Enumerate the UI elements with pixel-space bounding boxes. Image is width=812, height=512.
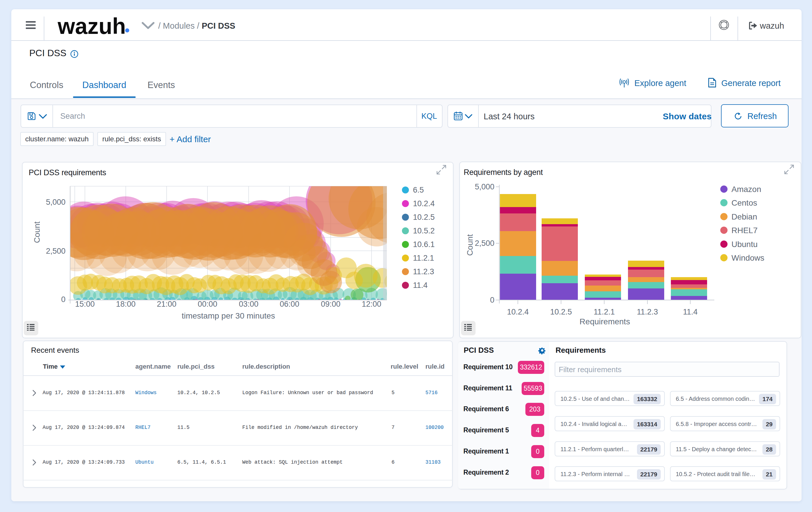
svg-text:11.4: 11.4 <box>413 281 428 290</box>
svg-text:11.2.3: 11.2.3 <box>637 307 658 316</box>
svg-text:timestamp per 30 minutes: timestamp per 30 minutes <box>182 311 275 320</box>
svg-text:06:00: 06:00 <box>280 300 299 308</box>
svg-text:10.6.1: 10.6.1 <box>413 240 435 249</box>
svg-text:03:00: 03:00 <box>239 300 259 308</box>
svg-text:Count: Count <box>32 221 41 243</box>
svg-text:10.2.5: 10.2.5 <box>413 213 435 221</box>
svg-text:Requirements: Requirements <box>580 317 630 326</box>
svg-text:RHEL7: RHEL7 <box>731 226 757 235</box>
svg-text:09:00: 09:00 <box>321 300 341 308</box>
svg-text:Count: Count <box>465 234 474 256</box>
svg-text:11.2.3: 11.2.3 <box>413 267 434 276</box>
svg-text:10.2.4: 10.2.4 <box>413 199 435 208</box>
svg-text:0: 0 <box>61 295 65 304</box>
svg-text:00:00: 00:00 <box>198 300 218 308</box>
svg-text:11.4: 11.4 <box>683 307 698 316</box>
svg-text:12:00: 12:00 <box>362 300 381 308</box>
svg-text:Ubuntu: Ubuntu <box>731 240 757 249</box>
svg-text:11.2.1: 11.2.1 <box>593 307 615 316</box>
svg-text:Amazon: Amazon <box>731 185 761 194</box>
svg-text:10.5.2: 10.5.2 <box>413 227 435 235</box>
svg-text:Debian: Debian <box>731 212 757 221</box>
svg-text:2,500: 2,500 <box>475 239 494 248</box>
svg-text:0: 0 <box>490 296 494 304</box>
svg-text:15:00: 15:00 <box>75 300 95 308</box>
svg-text:21:00: 21:00 <box>157 300 176 308</box>
svg-text:6.5: 6.5 <box>413 186 424 194</box>
svg-text:10.2.5: 10.2.5 <box>550 307 572 316</box>
svg-text:10.2.4: 10.2.4 <box>507 307 529 316</box>
svg-text:11.2.1: 11.2.1 <box>413 254 434 262</box>
svg-text:5,000: 5,000 <box>46 198 65 207</box>
svg-text:5,000: 5,000 <box>475 182 494 191</box>
svg-text:2,500: 2,500 <box>46 247 65 255</box>
svg-text:18:00: 18:00 <box>116 300 136 308</box>
svg-text:Windows: Windows <box>731 253 764 262</box>
svg-text:Centos: Centos <box>731 199 757 207</box>
